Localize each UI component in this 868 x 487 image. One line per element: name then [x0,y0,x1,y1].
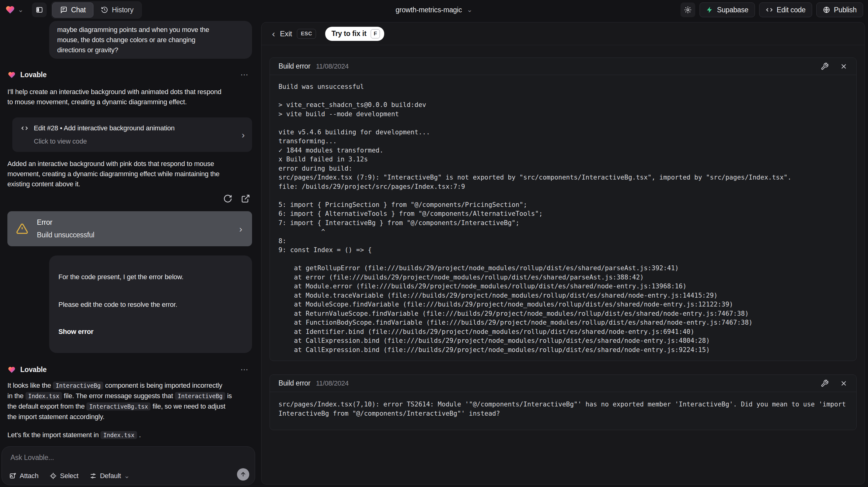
build-error-card-2-header: Build error 11/08/2024 [270,375,856,392]
user-message: For the code present, I get the error be… [49,255,252,353]
topbar: ⌄ Chat History growth-metrics-magic ⌄ [0,0,868,20]
chat-panel: maybe diagramming points and when you mo… [0,20,257,487]
tab-history-label: History [112,6,133,14]
build-error-date: 11/08/2024 [316,379,348,387]
edit-code-label: Edit code [777,6,806,14]
project-name-dropdown[interactable]: growth-metrics-magic ⌄ [396,0,472,20]
code-brackets-icon [766,6,773,13]
error-title: Error [37,217,94,227]
edit-28-title: Edit #28 • Add interactive background an… [34,123,175,133]
message-menu-button[interactable]: ⋯ [240,70,249,80]
code-brackets-icon [20,124,29,132]
lovable-heart-avatar [7,71,16,79]
tab-history[interactable]: History [93,2,141,18]
chevron-down-icon: ⌄ [18,6,23,13]
build-error-card-1: Build error 11/08/2024 Build was unsucce… [270,58,857,361]
chat-bubble-icon [60,6,67,13]
edit-code-button[interactable]: Edit code [759,2,812,17]
arrow-up-icon [240,471,247,478]
edit-28-card[interactable]: Edit #28 • Add interactive background an… [12,117,252,152]
chat-input-placeholder[interactable]: Ask Lovable... [10,454,54,462]
inline-code: Index.tsx [26,392,62,400]
try-to-fix-label: Try to fix it [331,30,366,38]
exit-button[interactable]: ‹ Exit ESC [272,29,316,39]
assistant-name: Lovable [20,70,47,80]
select-label: Select [60,472,79,480]
chat-input-actions: Attach Select Default ⌄ [9,472,130,480]
view-tab-group: Chat History [51,1,142,19]
attach-button[interactable]: Attach [9,472,38,480]
project-name: growth-metrics-magic [396,6,462,14]
build-error-card-1-header: Build error 11/08/2024 [270,58,856,75]
select-button[interactable]: Select [50,472,79,480]
edit-28-subtitle: Click to view code [34,136,244,146]
open-preview-button[interactable] [241,194,250,203]
warning-triangle-icon [16,222,28,235]
inline-code: InteractiveBg.tsx [86,402,151,410]
build-error-card-1-body: Build was unsuccessful > vite_react_shad… [270,75,856,361]
error-subtitle: Build unsuccessful [37,230,94,240]
supabase-bolt-icon [706,6,713,13]
sidebar-toggle-button[interactable] [32,2,47,17]
globe-icon [823,6,830,13]
build-log: src/pages/Index.tsx(7,10): error TS2614:… [278,400,848,418]
assistant-text: Let's fix the import statement in Index.… [7,430,252,440]
build-error-date: 11/08/2024 [316,62,348,70]
chevron-down-icon: ⌄ [467,6,472,13]
attach-label: Attach [20,472,38,480]
show-error-link[interactable]: Show error [58,327,243,337]
attach-image-icon [9,472,17,480]
tab-chat[interactable]: Chat [52,2,93,18]
message-actions [7,194,252,203]
default-label: Default [100,472,121,480]
chevron-right-icon: › [242,130,245,140]
restore-version-button[interactable] [223,194,232,203]
chevron-right-icon: › [239,224,242,234]
settings-button[interactable] [681,2,695,17]
error-overlay-header: ‹ Exit ESC Try to fix it F [261,23,865,45]
close-icon[interactable] [840,62,848,70]
inline-code: InteractiveBg [175,392,225,400]
lovable-heart-avatar [7,366,16,374]
supabase-button[interactable]: Supabase [700,2,755,17]
send-message-button[interactable] [237,468,249,481]
user-message: maybe diagramming points and when you mo… [49,21,252,59]
user-text: Please edit the code to resolve the erro… [58,300,243,310]
publish-button[interactable]: Publish [816,2,863,17]
build-error-banner[interactable]: Error Build unsuccessful › [7,211,252,246]
chat-input-box[interactable]: Ask Lovable... Attach Select Default ⌄ [2,447,255,485]
select-target-icon [50,472,57,480]
build-error-title: Build error [278,379,310,387]
sidebar-panel-icon [36,6,43,13]
fix-wrench-button[interactable] [821,62,829,70]
exit-label: Exit [280,30,292,38]
topbar-actions: Supabase Edit code Publish [681,2,863,17]
assistant-name: Lovable [20,365,47,375]
supabase-label: Supabase [717,6,748,14]
build-error-title: Build error [278,62,310,70]
f-key-badge: F [371,29,380,38]
assistant-text: Added an interactive background with pin… [7,159,252,189]
assistant-text: It looks like the InteractiveBg componen… [7,380,252,422]
close-icon[interactable] [840,379,848,387]
build-error-card-2-body: src/pages/Index.tsx(7,10): error TS2614:… [270,392,856,430]
lovable-logo-menu[interactable]: ⌄ [5,5,23,15]
inline-code: InteractiveBg [53,382,103,390]
error-overlay-panel: ‹ Exit ESC Try to fix it F Build error 1… [261,22,865,485]
chevron-down-icon: ⌄ [124,473,129,479]
message-menu-button[interactable]: ⋯ [240,365,249,375]
gear-icon [684,6,692,14]
build-log: Build was unsuccessful > vite_react_shad… [278,82,848,355]
chat-messages[interactable]: maybe diagramming points and when you mo… [0,20,257,445]
esc-key-badge: ESC [297,29,316,39]
error-overlay-body: Build error 11/08/2024 Build was unsucce… [261,45,865,443]
fix-wrench-button[interactable] [821,379,829,387]
try-to-fix-button[interactable]: Try to fix it F [325,27,384,41]
chevron-left-icon: ‹ [272,29,275,38]
inline-code: Index.tsx [100,431,137,439]
assistant-text: I'll help create an interactive backgrou… [7,87,252,107]
tab-chat-label: Chat [71,6,86,14]
default-mode-dropdown[interactable]: Default ⌄ [89,472,130,480]
user-text: For the code present, I get the error be… [58,272,243,282]
lovable-heart-logo-icon [5,5,16,15]
